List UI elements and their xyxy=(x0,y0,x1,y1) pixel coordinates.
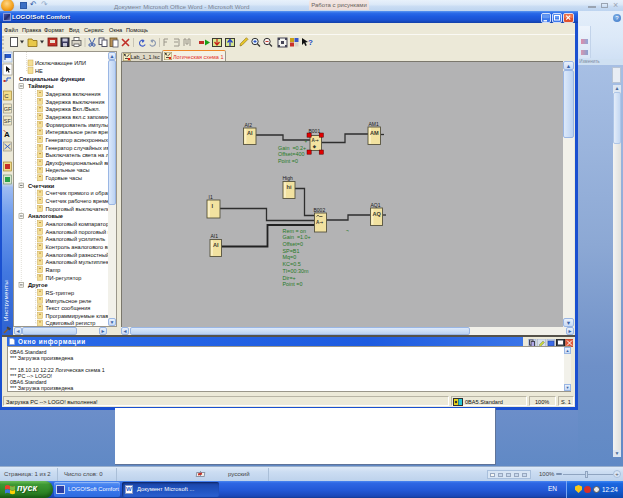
svg-text:KC=0.5: KC=0.5 xyxy=(283,261,301,267)
svg-text:I1: I1 xyxy=(209,194,213,200)
svg-text:Rem = on: Rem = on xyxy=(283,228,307,234)
svg-text:Аналоговый разностный: Аналоговый разностный xyxy=(46,252,110,258)
svg-text:Контроль аналогового вел: Контроль аналогового вел xyxy=(46,244,114,250)
svg-text:Задержка Вкл./Выкл.: Задержка Вкл./Выкл. xyxy=(46,106,101,112)
svg-text:Счетчик рабочего времен: Счетчик рабочего времен xyxy=(46,198,113,204)
svg-text:AI: AI xyxy=(247,130,253,136)
svg-text:Сдвиговый регистр: Сдвиговый регистр xyxy=(46,320,96,326)
svg-text:A➝: A➝ xyxy=(312,138,319,143)
svg-text:AQ: AQ xyxy=(373,211,382,217)
svg-text:B001: B001 xyxy=(309,128,321,134)
svg-text:hi: hi xyxy=(287,184,292,190)
svg-text:Offset=0: Offset=0 xyxy=(283,241,303,247)
svg-text:?: ? xyxy=(308,38,313,47)
svg-text:Задержка вкл.с запомина: Задержка вкл.с запомина xyxy=(46,114,113,120)
svg-text:RS-триггер: RS-триггер xyxy=(46,290,75,296)
svg-text:Аналоговый компаратор: Аналоговый компаратор xyxy=(46,221,110,227)
svg-text:High: High xyxy=(283,175,294,181)
svg-text:Gain =1.0+: Gain =1.0+ xyxy=(283,234,311,240)
svg-text:Двухфункциональный вы: Двухфункциональный вы xyxy=(46,160,112,166)
svg-text:Годовые часы: Годовые часы xyxy=(46,175,83,181)
svg-text:I: I xyxy=(212,203,214,209)
svg-text:Dir=+: Dir=+ xyxy=(283,275,296,281)
svg-text:Импульсное реле: Импульсное реле xyxy=(46,298,92,304)
svg-text:Ramp: Ramp xyxy=(46,267,61,273)
svg-text:AI2: AI2 xyxy=(245,122,253,128)
svg-text:C: C xyxy=(4,93,9,99)
svg-text:¬: ¬ xyxy=(346,228,349,233)
svg-text:НЕ: НЕ xyxy=(35,68,43,74)
svg-text:SP=B1: SP=B1 xyxy=(283,248,300,254)
svg-text:+: + xyxy=(305,139,308,144)
svg-text:AI1: AI1 xyxy=(211,233,219,239)
svg-text:ПИ-регулятор: ПИ-регулятор xyxy=(46,275,82,281)
svg-text:Текст сообщения: Текст сообщения xyxy=(46,305,91,311)
svg-text:Задержка включения: Задержка включения xyxy=(46,91,101,97)
svg-text:Gain =0.2+: Gain =0.2+ xyxy=(278,145,306,151)
svg-text:Аналоговый мультиплекс: Аналоговый мультиплекс xyxy=(46,259,112,265)
svg-text:AM: AM xyxy=(370,130,379,136)
svg-text:A: A xyxy=(4,130,10,139)
svg-text:Mq=0: Mq=0 xyxy=(283,254,297,260)
svg-text:Интервальное реле врем: Интервальное реле врем xyxy=(46,129,112,135)
svg-text:A➝: A➝ xyxy=(316,220,323,225)
svg-text:Пороговый выключатель: Пороговый выключатель xyxy=(46,206,110,212)
svg-text:AI: AI xyxy=(213,242,219,248)
svg-text:Генератор случайных имп: Генератор случайных имп xyxy=(46,145,114,151)
svg-text:SF: SF xyxy=(4,118,12,124)
svg-text:Недельные часы: Недельные часы xyxy=(46,167,90,173)
svg-text:Аналоговые: Аналоговые xyxy=(28,213,63,219)
svg-text:Счетчик прямого и обрат: Счетчик прямого и обрат xyxy=(46,190,111,196)
svg-text:Программируемые клави: Программируемые клави xyxy=(46,313,112,319)
svg-text:Аналоговый усилитель: Аналоговый усилитель xyxy=(46,236,106,242)
svg-text:Offset=400: Offset=400 xyxy=(278,151,304,157)
svg-text:B002: B002 xyxy=(314,207,326,213)
svg-text:Специальные функции: Специальные функции xyxy=(19,76,85,82)
svg-text:Задержка выключения: Задержка выключения xyxy=(46,99,105,105)
svg-text:GF: GF xyxy=(4,106,12,112)
svg-text:TI=00:30m: TI=00:30m xyxy=(283,268,309,274)
svg-text:AQ1: AQ1 xyxy=(371,202,381,208)
svg-text:Point =0: Point =0 xyxy=(278,158,298,164)
svg-text:Point =0: Point =0 xyxy=(283,281,303,287)
svg-text:AM1: AM1 xyxy=(369,121,380,127)
svg-text:Другое: Другое xyxy=(28,282,48,288)
svg-text:Генератор асинхронных и: Генератор асинхронных и xyxy=(46,137,113,143)
svg-text:Выключатель света на ле: Выключатель света на ле xyxy=(46,152,113,158)
svg-text:Счетчики: Счетчики xyxy=(28,183,55,189)
svg-text:Таймеры: Таймеры xyxy=(28,83,54,89)
svg-text:Исключающее ИЛИ: Исключающее ИЛИ xyxy=(35,60,86,66)
svg-text:⬥: ⬥ xyxy=(312,144,317,149)
svg-text:Формирователь импульс: Формирователь импульс xyxy=(46,122,111,128)
svg-text:Аналоговый пороговый в: Аналоговый пороговый в xyxy=(46,229,111,235)
